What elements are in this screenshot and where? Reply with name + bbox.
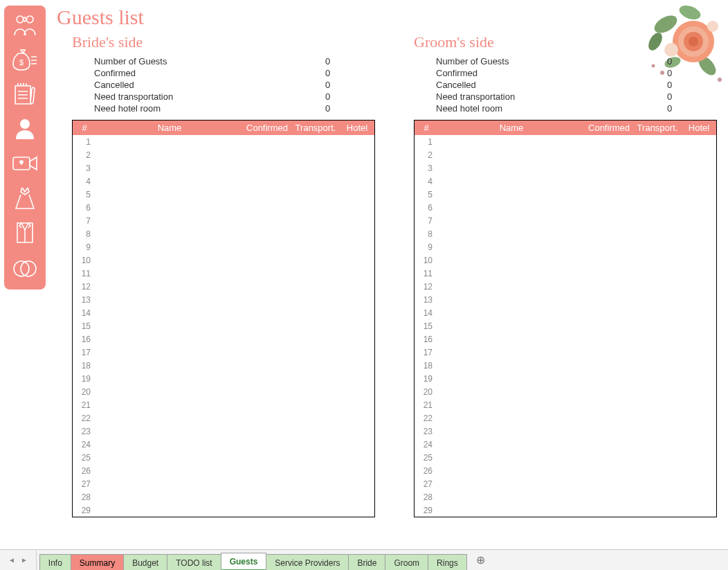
cell[interactable] bbox=[633, 451, 682, 464]
cell[interactable] bbox=[585, 385, 633, 398]
table-row[interactable]: 22 bbox=[73, 411, 374, 425]
cell[interactable] bbox=[438, 411, 585, 425]
sheet-prev-icon[interactable]: ◄ bbox=[8, 556, 15, 564]
cell[interactable] bbox=[438, 188, 585, 201]
cell[interactable] bbox=[633, 161, 682, 175]
cell[interactable] bbox=[340, 175, 374, 188]
cell[interactable] bbox=[682, 240, 716, 253]
cell[interactable] bbox=[633, 438, 682, 451]
cell[interactable] bbox=[682, 411, 716, 425]
cell[interactable] bbox=[585, 451, 633, 464]
cell[interactable] bbox=[340, 504, 374, 517]
cell[interactable] bbox=[682, 253, 716, 267]
cell[interactable] bbox=[340, 267, 374, 280]
cell[interactable] bbox=[340, 385, 374, 398]
cell[interactable] bbox=[96, 293, 243, 306]
cell[interactable] bbox=[340, 464, 374, 477]
cell[interactable] bbox=[291, 161, 340, 175]
cell[interactable] bbox=[438, 201, 585, 214]
cell[interactable] bbox=[682, 346, 716, 359]
cell[interactable] bbox=[96, 385, 243, 398]
cell[interactable] bbox=[291, 451, 340, 464]
cell[interactable] bbox=[96, 267, 243, 280]
cell[interactable] bbox=[438, 359, 585, 372]
nav-bride[interactable] bbox=[6, 183, 44, 213]
table-row[interactable]: 10 bbox=[415, 253, 716, 267]
table-row[interactable]: 26 bbox=[415, 464, 716, 477]
cell[interactable] bbox=[682, 438, 716, 451]
table-row[interactable]: 28 bbox=[73, 490, 374, 504]
table-row[interactable]: 9 bbox=[73, 240, 374, 253]
sheet-tab-todo-list[interactable]: TODO list bbox=[167, 554, 221, 570]
table-row[interactable]: 7 bbox=[415, 214, 716, 227]
cell[interactable] bbox=[96, 135, 243, 148]
table-row[interactable]: 6 bbox=[73, 201, 374, 214]
cell[interactable] bbox=[96, 188, 243, 201]
cell[interactable] bbox=[243, 398, 291, 411]
nav-todo[interactable] bbox=[6, 79, 44, 109]
cell[interactable] bbox=[96, 372, 243, 385]
table-row[interactable]: 29 bbox=[415, 504, 716, 517]
table-row[interactable]: 2 bbox=[73, 148, 374, 161]
cell[interactable] bbox=[243, 346, 291, 359]
cell[interactable] bbox=[585, 346, 633, 359]
cell[interactable] bbox=[96, 477, 243, 490]
bride-table[interactable]: # Name Confirmed Transport. Hotel 123456… bbox=[73, 121, 374, 517]
cell[interactable] bbox=[585, 398, 633, 411]
cell[interactable] bbox=[682, 490, 716, 504]
cell[interactable] bbox=[633, 188, 682, 201]
table-row[interactable]: 15 bbox=[73, 319, 374, 332]
table-row[interactable]: 6 bbox=[415, 201, 716, 214]
add-sheet-button[interactable]: ⊕ bbox=[471, 550, 491, 570]
cell[interactable] bbox=[585, 135, 633, 148]
cell[interactable] bbox=[243, 359, 291, 372]
cell[interactable] bbox=[291, 411, 340, 425]
sheet-tab-summary[interactable]: Summary bbox=[71, 554, 124, 570]
cell[interactable] bbox=[633, 359, 682, 372]
cell[interactable] bbox=[340, 161, 374, 175]
cell[interactable] bbox=[96, 175, 243, 188]
cell[interactable] bbox=[633, 477, 682, 490]
cell[interactable] bbox=[585, 306, 633, 319]
cell[interactable] bbox=[585, 227, 633, 240]
table-row[interactable]: 24 bbox=[415, 438, 716, 451]
cell[interactable] bbox=[291, 477, 340, 490]
table-row[interactable]: 27 bbox=[73, 477, 374, 490]
cell[interactable] bbox=[682, 161, 716, 175]
sheet-tab-guests[interactable]: Guests bbox=[221, 553, 267, 570]
table-row[interactable]: 14 bbox=[415, 306, 716, 319]
cell[interactable] bbox=[585, 280, 633, 293]
table-row[interactable]: 25 bbox=[415, 451, 716, 464]
cell[interactable] bbox=[585, 464, 633, 477]
table-row[interactable]: 11 bbox=[73, 267, 374, 280]
table-row[interactable]: 5 bbox=[73, 188, 374, 201]
cell[interactable] bbox=[96, 240, 243, 253]
cell[interactable] bbox=[633, 398, 682, 411]
table-row[interactable]: 23 bbox=[73, 425, 374, 438]
cell[interactable] bbox=[682, 280, 716, 293]
table-row[interactable]: 26 bbox=[73, 464, 374, 477]
cell[interactable] bbox=[291, 319, 340, 332]
cell[interactable] bbox=[243, 438, 291, 451]
cell[interactable] bbox=[438, 214, 585, 227]
cell[interactable] bbox=[633, 385, 682, 398]
cell[interactable] bbox=[633, 372, 682, 385]
cell[interactable] bbox=[291, 201, 340, 214]
cell[interactable] bbox=[682, 372, 716, 385]
cell[interactable] bbox=[682, 175, 716, 188]
cell[interactable] bbox=[682, 201, 716, 214]
cell[interactable] bbox=[243, 214, 291, 227]
table-row[interactable]: 1 bbox=[73, 135, 374, 148]
cell[interactable] bbox=[96, 214, 243, 227]
cell[interactable] bbox=[243, 411, 291, 425]
cell[interactable] bbox=[340, 332, 374, 346]
cell[interactable] bbox=[340, 135, 374, 148]
cell[interactable] bbox=[682, 214, 716, 227]
cell[interactable] bbox=[633, 332, 682, 346]
table-row[interactable]: 27 bbox=[415, 477, 716, 490]
cell[interactable] bbox=[682, 464, 716, 477]
table-row[interactable]: 20 bbox=[73, 385, 374, 398]
table-row[interactable]: 5 bbox=[415, 188, 716, 201]
table-row[interactable]: 9 bbox=[415, 240, 716, 253]
cell[interactable] bbox=[682, 451, 716, 464]
